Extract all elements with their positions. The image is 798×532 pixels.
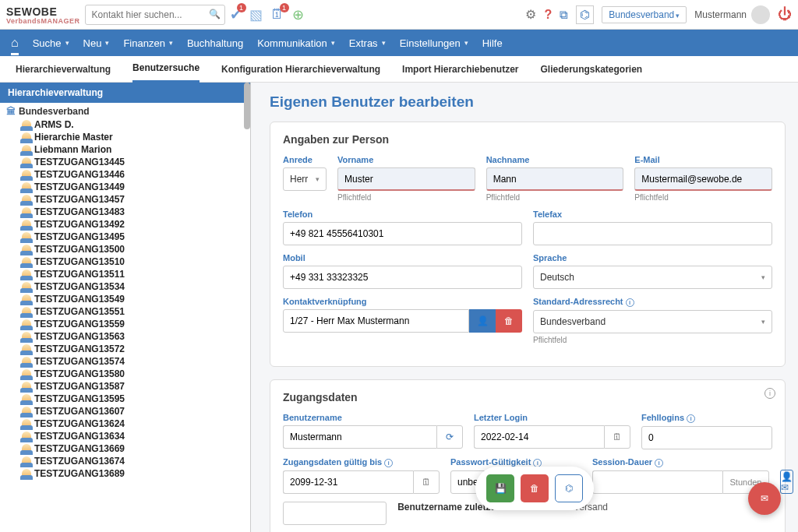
tree-item[interactable]: ARMS D.: [0, 118, 250, 131]
sessd-input[interactable]: [592, 470, 722, 494]
info-icon[interactable]: i: [687, 414, 695, 423]
user-mail-icon: 👤✉: [781, 471, 793, 493]
menu-hilfe[interactable]: Hilfe: [482, 37, 503, 49]
tree-item[interactable]: Hierarchie Master: [0, 131, 250, 143]
user-icon: [22, 170, 31, 179]
benutzer-input[interactable]: [283, 425, 436, 449]
help-icon[interactable]: ?: [544, 8, 552, 22]
delete-button[interactable]: 🗑: [521, 474, 549, 502]
tree-item[interactable]: TESTZUGANG13549: [0, 293, 250, 305]
mobil-input[interactable]: [283, 266, 522, 289]
tab-hierarchieverwaltung[interactable]: Hierarchieverwaltung: [16, 57, 111, 82]
user-icon: [22, 319, 31, 329]
anrede-select[interactable]: Herr▾: [283, 167, 327, 191]
sprache-select[interactable]: Deutsch▾: [533, 266, 772, 289]
nachname-input[interactable]: [486, 167, 624, 191]
calendar-addon2[interactable]: 🗓: [413, 470, 440, 494]
tree-root[interactable]: 🏛 Bundesverband: [0, 104, 250, 118]
tree-item[interactable]: TESTZUGANG13674: [0, 455, 250, 467]
note-icon[interactable]: ▧: [249, 6, 263, 23]
global-search-input[interactable]: [85, 5, 225, 25]
refresh-button[interactable]: ⟳: [436, 425, 463, 449]
label-telefax: Telefax: [533, 210, 772, 219]
kontakt-delete-button[interactable]: 🗑: [496, 309, 522, 333]
avatar[interactable]: [751, 5, 770, 24]
tree-item[interactable]: TESTZUGANG13511: [0, 268, 250, 280]
sidebar-scrollbar[interactable]: [244, 83, 250, 129]
send-credentials-button[interactable]: 👤✉: [780, 470, 793, 494]
add-icon[interactable]: ⊕: [292, 6, 304, 23]
tree-item[interactable]: TESTZUGANG13551: [0, 305, 250, 318]
hierarchy-select[interactable]: Bundesverband: [602, 6, 687, 23]
tree-item[interactable]: TESTZUGANG13587: [0, 380, 250, 393]
tree-item[interactable]: TESTZUGANG13457: [0, 193, 250, 206]
tree-item[interactable]: Liebmann Marion: [0, 143, 250, 156]
section-zugang-title: Zugangsdaten: [283, 391, 772, 403]
menu-suche[interactable]: Suche: [33, 37, 69, 49]
tree-item[interactable]: TESTZUGANG13500: [0, 243, 250, 255]
hint-vorname: Pflichtfeld: [337, 193, 475, 202]
power-icon[interactable]: ⏻: [778, 6, 792, 23]
tab-import[interactable]: Import Hierarchiebenutzer: [402, 57, 518, 82]
gueltig-input[interactable]: [283, 470, 413, 494]
home-menu[interactable]: ⌂: [11, 36, 19, 55]
tab-gliederung[interactable]: Gliederungskategorien: [540, 57, 642, 82]
telefax-input[interactable]: [533, 222, 772, 245]
tree-item[interactable]: TESTZUGANG13559: [0, 318, 250, 330]
label-empty: [780, 457, 793, 467]
tasks-icon[interactable]: ✔1: [230, 6, 242, 23]
label-sessd: Session-Daueri: [592, 457, 769, 467]
tree-item[interactable]: TESTZUGANG13483: [0, 206, 250, 218]
menu-einstellungen[interactable]: Einstellungen: [400, 37, 468, 49]
user-icon: [22, 444, 31, 453]
calendar-addon[interactable]: 🗓: [604, 425, 630, 449]
stdadr-select[interactable]: Bundesverband▾: [533, 310, 772, 333]
tree-item[interactable]: TESTZUGANG13510: [0, 255, 250, 268]
tree-item[interactable]: TESTZUGANG13495: [0, 231, 250, 243]
menu-neu[interactable]: Neu: [83, 37, 110, 49]
fehllogins-input[interactable]: [641, 426, 772, 449]
tab-benutzersuche[interactable]: Benutzersuche: [132, 55, 200, 83]
tree-item[interactable]: TESTZUGANG13574: [0, 355, 250, 368]
hierarchy-button[interactable]: ⌬: [555, 474, 583, 502]
menu-extras[interactable]: Extras: [349, 37, 386, 49]
devices-icon[interactable]: ⧉: [560, 8, 568, 22]
menu-finanzen[interactable]: Finanzen: [123, 37, 172, 49]
panel-info-icon[interactable]: i: [764, 388, 775, 399]
tree-item[interactable]: TESTZUGANG13607: [0, 405, 250, 417]
info-icon[interactable]: i: [655, 459, 663, 467]
search-icon[interactable]: 🔍: [209, 9, 221, 19]
mail-fab[interactable]: ✉: [748, 482, 781, 515]
tree-item[interactable]: TESTZUGANG13563: [0, 330, 250, 343]
tree-item[interactable]: TESTZUGANG13595: [0, 393, 250, 405]
user-icon: [22, 369, 31, 379]
tab-konfiguration[interactable]: Konfiguration Hierarchieverwaltung: [221, 57, 380, 82]
tree-item[interactable]: TESTZUGANG13492: [0, 218, 250, 231]
tree-item[interactable]: TESTZUGANG13669: [0, 442, 250, 455]
menu-kommunikation[interactable]: Kommunikation: [257, 37, 335, 49]
vorname-input[interactable]: [337, 167, 475, 191]
kontakt-link-button[interactable]: 👤: [469, 309, 496, 333]
kontakt-input[interactable]: [283, 309, 469, 333]
user-name-label: Mustermann: [694, 9, 747, 20]
info-icon[interactable]: i: [384, 459, 393, 467]
info-icon[interactable]: i: [626, 298, 634, 307]
menu-buchhaltung[interactable]: Buchhaltung: [187, 37, 243, 49]
tree-item[interactable]: TESTZUGANG13445: [0, 156, 250, 168]
telefon-input[interactable]: [283, 222, 522, 245]
tree-item[interactable]: TESTZUGANG13634: [0, 430, 250, 442]
calendar-icon[interactable]: 🗓1: [270, 6, 284, 23]
tree-item[interactable]: TESTZUGANG13534: [0, 280, 250, 293]
tree-item[interactable]: TESTZUGANG13689: [0, 467, 250, 480]
tree-item[interactable]: TESTZUGANG13449: [0, 181, 250, 193]
hierarchy-icon[interactable]: ⌬: [576, 5, 594, 24]
letzter-login-input[interactable]: [474, 425, 604, 449]
tree-item[interactable]: TESTZUGANG13446: [0, 168, 250, 181]
gear-icon[interactable]: ⚙: [525, 7, 536, 22]
tree-item[interactable]: TESTZUGANG13572: [0, 343, 250, 355]
save-button[interactable]: 💾: [486, 474, 514, 502]
email-input[interactable]: [634, 167, 772, 191]
label-vorname: Vorname: [337, 155, 475, 164]
tree-item[interactable]: TESTZUGANG13624: [0, 417, 250, 430]
tree-item[interactable]: TESTZUGANG13580: [0, 368, 250, 380]
